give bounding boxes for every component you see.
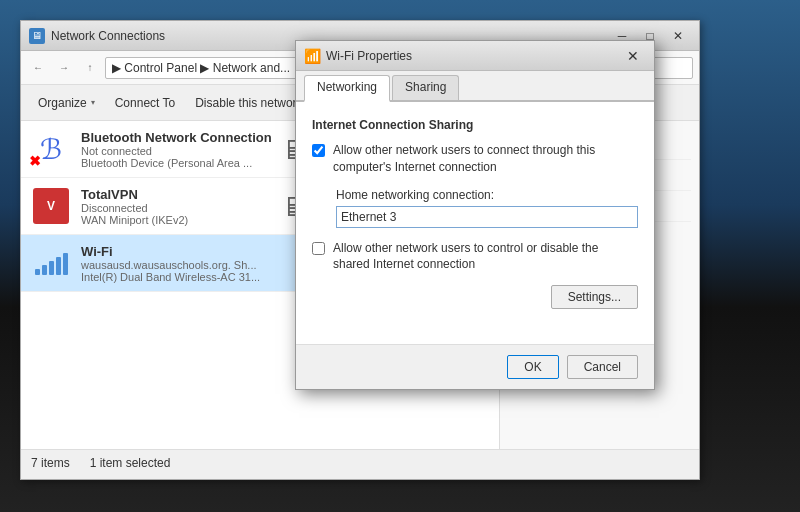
organize-button[interactable]: Organize ▾ [29, 89, 104, 117]
home-network-input[interactable] [336, 206, 638, 228]
tab-sharing[interactable]: Sharing [392, 75, 459, 100]
forward-button[interactable]: → [53, 57, 75, 79]
dialog-close-button[interactable]: ✕ [620, 46, 646, 66]
bluetooth-icon: ℬ ✖ [31, 129, 71, 169]
organize-arrow-icon: ▾ [91, 98, 95, 107]
ok-button[interactable]: OK [507, 355, 558, 379]
wifi-bar-4 [56, 257, 61, 275]
allow-control-checkbox[interactable] [312, 242, 325, 255]
dialog-body: Internet Connection Sharing Allow other … [296, 102, 654, 360]
section-title: Internet Connection Sharing [312, 118, 638, 132]
up-button[interactable]: ↑ [79, 57, 101, 79]
cancel-button[interactable]: Cancel [567, 355, 638, 379]
allow-control-label: Allow other network users to control or … [333, 240, 638, 274]
checkbox-row-2: Allow other network users to control or … [312, 240, 638, 274]
nc-title-icon: 🖥 [29, 28, 45, 44]
dialog-tabs: Networking Sharing [296, 71, 654, 102]
wifi-bars [35, 251, 68, 275]
allow-connection-checkbox[interactable] [312, 144, 325, 157]
wifi-bar-2 [42, 265, 47, 275]
dialog-footer: OK Cancel [296, 344, 654, 389]
connect-to-button[interactable]: Connect To [106, 89, 185, 117]
wifi-bar-1 [35, 269, 40, 275]
dialog-title-icon: 📶 [304, 48, 320, 64]
selected-count: 1 item selected [90, 456, 171, 470]
error-icon: ✖ [29, 153, 41, 169]
allow-connection-label: Allow other network users to connect thr… [333, 142, 638, 176]
wifi-properties-dialog: 📶 Wi-Fi Properties ✕ Networking Sharing … [295, 40, 655, 390]
settings-button-area: Settings... [312, 285, 638, 309]
nc-statusbar: 7 items 1 item selected [21, 449, 699, 475]
nc-close-button[interactable]: ✕ [665, 26, 691, 46]
wifi-bar-5 [63, 253, 68, 275]
address-text: ▶ Control Panel ▶ Network and... [112, 61, 290, 75]
tab-networking[interactable]: Networking [304, 75, 390, 102]
checkbox-row-1: Allow other network users to connect thr… [312, 142, 638, 176]
dialog-titlebar: 📶 Wi-Fi Properties ✕ [296, 41, 654, 71]
wifi-icon [31, 243, 71, 283]
dialog-title-text: Wi-Fi Properties [326, 49, 620, 63]
wifi-bar-3 [49, 261, 54, 275]
settings-button[interactable]: Settings... [551, 285, 638, 309]
item-count: 7 items [31, 456, 70, 470]
vpn-icon: V [31, 186, 71, 226]
back-button[interactable]: ← [27, 57, 49, 79]
home-network-label: Home networking connection: [336, 188, 638, 202]
